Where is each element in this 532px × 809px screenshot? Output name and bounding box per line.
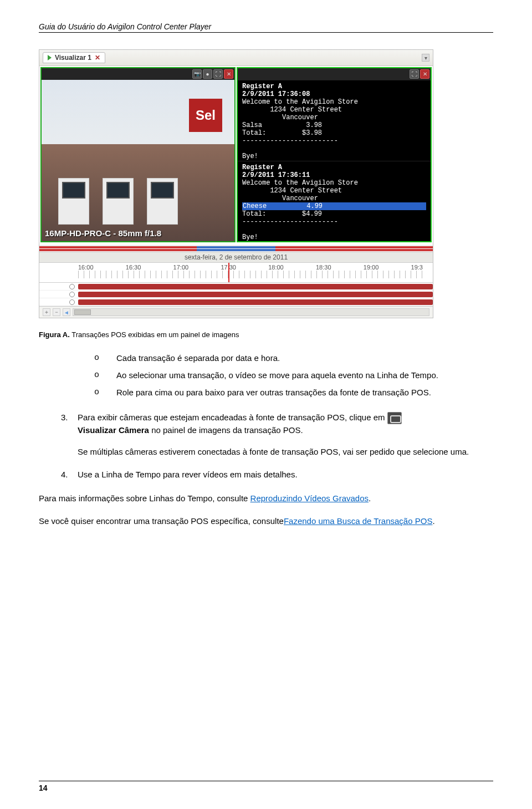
document-header: Guia do Usuário do Avigilon Control Cent… [39, 22, 493, 33]
timeline-scrollbar[interactable] [73, 308, 429, 316]
step-marker: 4. [61, 469, 68, 480]
app-screenshot: Visualizar 1 ✕ ▾ 📷 ● ⛶ ✕ Sel [39, 49, 433, 318]
view-tab-bar: Visualizar 1 ✕ ▾ [39, 50, 433, 66]
camera-video-image: Sel 16MP-HD-PRO-C - 85mm f/1.8 [42, 80, 234, 241]
reference-paragraph-2: Se você quiser encontrar uma transação P… [39, 515, 493, 527]
camera-panel-toolbar: 📷 ● ⛶ ✕ [42, 68, 234, 80]
pos-receipt-1[interactable]: Register A 2/9/2011 17:36:08 Welcome to … [238, 80, 431, 161]
step-3: 3. Para exibir câmeras que estejam encad… [61, 411, 493, 457]
timeline-overview-strip[interactable] [39, 249, 433, 251]
step-4: 4. Use a Linha de Tempo para rever vídeo… [61, 469, 493, 480]
track-icon [69, 292, 75, 297]
list-item: Role para cima ou para baixo para ver ou… [94, 386, 493, 398]
pos-receipt-2[interactable]: Register A 2/9/2011 17:36:11 Welcome to … [238, 161, 431, 242]
pos-panel-toolbar: ⛶ ✕ [238, 68, 431, 80]
tab-label: Visualizar 1 [55, 54, 91, 62]
scroll-left-icon[interactable]: ◄ [63, 308, 70, 316]
timeline-tracks [39, 283, 433, 306]
sub-bullet-list: Cada transação é separada por data e hor… [39, 352, 493, 398]
timeline-overview-strip[interactable] [39, 246, 433, 248]
track-icon [69, 284, 75, 289]
numbered-steps: 3. Para exibir câmeras que estejam encad… [39, 411, 493, 480]
step-text: Use a Linha de Tempo para rever vídeos e… [78, 470, 298, 479]
page-number: 14 [39, 783, 48, 792]
reference-paragraph-1: Para mais informações sobre Linhas do Te… [39, 492, 493, 504]
timeline-playhead[interactable] [228, 263, 229, 282]
step-text-bold: Visualizar Câmera [78, 425, 149, 435]
zoom-in-icon[interactable]: ＋ [43, 308, 50, 316]
view-tab[interactable]: Visualizar 1 ✕ [43, 52, 105, 63]
step-marker: 3. [61, 411, 68, 423]
list-item: Cada transação é separada por data e hor… [94, 352, 493, 364]
zoom-out-icon[interactable]: － [53, 308, 60, 316]
timeline-tick-label: 19:00 [364, 264, 379, 271]
camera-icon[interactable]: 📷 [192, 69, 202, 79]
store-sign: Sel [189, 99, 222, 132]
kiosk-graphic [58, 178, 89, 225]
timeline-tick-label: 17:00 [173, 264, 189, 271]
timeline-area: sexta-feira, 2 de setembro de 2011 16:00… [39, 243, 433, 318]
timeline-ruler[interactable]: 16:00 16:30 17:00 17:30 18:00 18:30 19:0… [39, 263, 433, 283]
track-icon [69, 299, 75, 305]
timeline-tick-label: 18:30 [316, 264, 331, 271]
figure-label: Figura A. [39, 330, 70, 339]
close-icon[interactable]: ✕ [420, 69, 429, 79]
list-item: Ao selecionar uma transação, o vídeo se … [94, 369, 493, 381]
timeline-tick-label: 18:00 [268, 264, 284, 271]
timeline-bottom-bar: ＋ － ◄ [39, 306, 433, 318]
figure-text: Transações POS exibidas em um painel de … [70, 330, 239, 339]
kiosk-graphic [103, 178, 134, 225]
timeline-tick-label: 16:00 [78, 264, 94, 271]
step-text-post: no painel de imagens da transação POS. [149, 425, 303, 435]
link-reproduzindo-videos[interactable]: Reproduzindo Vídeos Gravados [250, 493, 369, 503]
view-camera-icon [387, 412, 402, 424]
step-secondary-para: Se múltiplas câmeras estiverem conectada… [78, 446, 493, 457]
tabbar-dropdown-icon[interactable]: ▾ [422, 54, 429, 62]
kiosk-graphic [147, 178, 178, 225]
timeline-track[interactable] [39, 283, 433, 291]
step-text-pre: Para exibir câmeras que estejam encadead… [78, 413, 387, 422]
fullscreen-icon[interactable]: ⛶ [410, 69, 419, 79]
link-busca-transacao-pos[interactable]: Fazendo uma Busca de Transação POS [284, 516, 432, 526]
pos-panel[interactable]: ⛶ ✕ Register A 2/9/2011 17:36:08 Welcome… [237, 67, 432, 242]
timeline-date-label: sexta-feira, 2 de setembro de 2011 [39, 252, 433, 263]
camera-panel[interactable]: 📷 ● ⛶ ✕ Sel 16MP-HD-PRO-C - 85mm f/1.8 [40, 67, 236, 242]
play-icon [48, 55, 52, 60]
close-icon[interactable]: ✕ [224, 69, 233, 79]
tab-close-icon[interactable]: ✕ [95, 54, 100, 62]
figure-caption: Figura A. Transações POS exibidas em um … [39, 330, 493, 339]
fullscreen-icon[interactable]: ⛶ [213, 69, 223, 79]
camera-caption: 16MP-HD-PRO-C - 85mm f/1.8 [45, 228, 161, 238]
timeline-tick-label: 19:3 [411, 264, 423, 271]
image-panels: 📷 ● ⛶ ✕ Sel 16MP-HD-PRO-C - 85mm f/1.8 ⛶ [39, 66, 433, 243]
page-footer: 14 [39, 781, 493, 792]
pos-receipt-container: Register A 2/9/2011 17:36:08 Welcome to … [238, 80, 431, 241]
document-page: Guia do Usuário do Avigilon Control Cent… [0, 0, 532, 809]
timeline-track[interactable] [39, 298, 433, 306]
timeline-track[interactable] [39, 291, 433, 298]
timeline-tick-label: 16:30 [126, 264, 141, 271]
record-icon[interactable]: ● [203, 69, 212, 79]
